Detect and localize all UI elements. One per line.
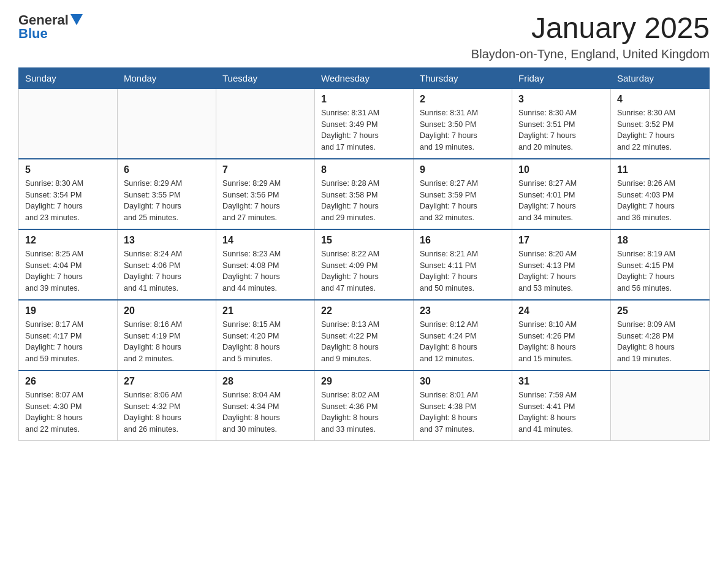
day-info: Sunrise: 8:01 AM Sunset: 4:38 PM Dayligh… (420, 389, 506, 435)
calendar-cell: 20Sunrise: 8:16 AM Sunset: 4:19 PM Dayli… (118, 300, 216, 370)
day-info: Sunrise: 8:31 AM Sunset: 3:50 PM Dayligh… (420, 107, 506, 153)
day-number: 5 (25, 164, 111, 175)
day-number: 21 (222, 305, 308, 316)
day-info: Sunrise: 8:04 AM Sunset: 4:34 PM Dayligh… (222, 389, 308, 435)
calendar-cell: 31Sunrise: 7:59 AM Sunset: 4:41 PM Dayli… (512, 370, 611, 441)
day-number: 31 (518, 376, 604, 387)
calendar-header-row: SundayMondayTuesdayWednesdayThursdayFrid… (19, 67, 710, 88)
calendar-cell: 1Sunrise: 8:31 AM Sunset: 3:49 PM Daylig… (315, 88, 414, 159)
day-info: Sunrise: 8:28 AM Sunset: 3:58 PM Dayligh… (321, 178, 407, 224)
day-info: Sunrise: 8:13 AM Sunset: 4:22 PM Dayligh… (321, 319, 407, 365)
calendar-cell: 16Sunrise: 8:21 AM Sunset: 4:11 PM Dayli… (414, 229, 512, 300)
calendar-cell: 9Sunrise: 8:27 AM Sunset: 3:59 PM Daylig… (414, 159, 512, 229)
day-number: 28 (222, 376, 308, 387)
day-of-week-header: Tuesday (216, 67, 315, 88)
day-of-week-header: Sunday (19, 67, 118, 88)
calendar-cell (611, 370, 710, 441)
calendar-cell: 2Sunrise: 8:31 AM Sunset: 3:50 PM Daylig… (414, 88, 512, 159)
day-number: 17 (518, 235, 604, 246)
day-of-week-header: Friday (512, 67, 611, 88)
day-number: 11 (617, 164, 703, 175)
day-number: 2 (420, 94, 506, 105)
calendar-cell: 8Sunrise: 8:28 AM Sunset: 3:58 PM Daylig… (315, 159, 414, 229)
day-number: 23 (420, 305, 506, 316)
calendar-cell: 19Sunrise: 8:17 AM Sunset: 4:17 PM Dayli… (19, 300, 118, 370)
day-of-week-header: Monday (118, 67, 216, 88)
day-of-week-header: Saturday (611, 67, 710, 88)
calendar-cell: 18Sunrise: 8:19 AM Sunset: 4:15 PM Dayli… (611, 229, 710, 300)
day-number: 30 (420, 376, 506, 387)
calendar-week-row: 5Sunrise: 8:30 AM Sunset: 3:54 PM Daylig… (19, 159, 710, 229)
logo-triangle-icon (70, 14, 83, 25)
day-number: 8 (321, 164, 407, 175)
day-info: Sunrise: 8:19 AM Sunset: 4:15 PM Dayligh… (617, 248, 703, 294)
calendar-cell: 26Sunrise: 8:07 AM Sunset: 4:30 PM Dayli… (19, 370, 118, 441)
day-number: 16 (420, 235, 506, 246)
day-number: 9 (420, 164, 506, 175)
day-number: 4 (617, 94, 703, 105)
day-number: 24 (518, 305, 604, 316)
title-section: January 2025 Blaydon-on-Tyne, England, U… (471, 12, 710, 61)
day-number: 19 (25, 305, 111, 316)
calendar-cell (216, 88, 315, 159)
calendar-cell: 10Sunrise: 8:27 AM Sunset: 4:01 PM Dayli… (512, 159, 611, 229)
day-info: Sunrise: 8:26 AM Sunset: 4:03 PM Dayligh… (617, 178, 703, 224)
day-number: 25 (617, 305, 703, 316)
calendar-cell: 30Sunrise: 8:01 AM Sunset: 4:38 PM Dayli… (414, 370, 512, 441)
svg-marker-0 (70, 14, 83, 25)
day-info: Sunrise: 8:09 AM Sunset: 4:28 PM Dayligh… (617, 319, 703, 365)
calendar-cell: 25Sunrise: 8:09 AM Sunset: 4:28 PM Dayli… (611, 300, 710, 370)
calendar-cell: 3Sunrise: 8:30 AM Sunset: 3:51 PM Daylig… (512, 88, 611, 159)
day-number: 18 (617, 235, 703, 246)
day-info: Sunrise: 8:25 AM Sunset: 4:04 PM Dayligh… (25, 248, 111, 294)
day-info: Sunrise: 8:10 AM Sunset: 4:26 PM Dayligh… (518, 319, 604, 365)
day-info: Sunrise: 8:02 AM Sunset: 4:36 PM Dayligh… (321, 389, 407, 435)
day-number: 13 (124, 235, 210, 246)
calendar-cell: 6Sunrise: 8:29 AM Sunset: 3:55 PM Daylig… (118, 159, 216, 229)
day-number: 14 (222, 235, 308, 246)
day-info: Sunrise: 8:27 AM Sunset: 4:01 PM Dayligh… (518, 178, 604, 224)
calendar-cell: 28Sunrise: 8:04 AM Sunset: 4:34 PM Dayli… (216, 370, 315, 441)
day-info: Sunrise: 8:27 AM Sunset: 3:59 PM Dayligh… (420, 178, 506, 224)
calendar-cell: 7Sunrise: 8:29 AM Sunset: 3:56 PM Daylig… (216, 159, 315, 229)
day-number: 10 (518, 164, 604, 175)
day-info: Sunrise: 8:06 AM Sunset: 4:32 PM Dayligh… (124, 389, 210, 435)
calendar-week-row: 1Sunrise: 8:31 AM Sunset: 3:49 PM Daylig… (19, 88, 710, 159)
calendar-cell: 14Sunrise: 8:23 AM Sunset: 4:08 PM Dayli… (216, 229, 315, 300)
calendar-cell: 15Sunrise: 8:22 AM Sunset: 4:09 PM Dayli… (315, 229, 414, 300)
day-info: Sunrise: 8:29 AM Sunset: 3:55 PM Dayligh… (124, 178, 210, 224)
day-info: Sunrise: 7:59 AM Sunset: 4:41 PM Dayligh… (518, 389, 604, 435)
calendar: SundayMondayTuesdayWednesdayThursdayFrid… (18, 67, 710, 441)
day-info: Sunrise: 8:12 AM Sunset: 4:24 PM Dayligh… (420, 319, 506, 365)
day-info: Sunrise: 8:20 AM Sunset: 4:13 PM Dayligh… (518, 248, 604, 294)
calendar-week-row: 19Sunrise: 8:17 AM Sunset: 4:17 PM Dayli… (19, 300, 710, 370)
day-info: Sunrise: 8:07 AM Sunset: 4:30 PM Dayligh… (25, 389, 111, 435)
header: General Blue January 2025 Blaydon-on-Tyn… (18, 12, 710, 61)
calendar-cell: 22Sunrise: 8:13 AM Sunset: 4:22 PM Dayli… (315, 300, 414, 370)
day-number: 22 (321, 305, 407, 316)
day-info: Sunrise: 8:29 AM Sunset: 3:56 PM Dayligh… (222, 178, 308, 224)
calendar-cell (19, 88, 118, 159)
day-number: 20 (124, 305, 210, 316)
day-number: 6 (124, 164, 210, 175)
calendar-cell: 24Sunrise: 8:10 AM Sunset: 4:26 PM Dayli… (512, 300, 611, 370)
calendar-cell: 4Sunrise: 8:30 AM Sunset: 3:52 PM Daylig… (611, 88, 710, 159)
day-number: 12 (25, 235, 111, 246)
logo-text-blue: Blue (18, 26, 48, 42)
day-number: 1 (321, 94, 407, 105)
day-of-week-header: Wednesday (315, 67, 414, 88)
calendar-cell: 23Sunrise: 8:12 AM Sunset: 4:24 PM Dayli… (414, 300, 512, 370)
day-number: 15 (321, 235, 407, 246)
calendar-week-row: 12Sunrise: 8:25 AM Sunset: 4:04 PM Dayli… (19, 229, 710, 300)
day-number: 7 (222, 164, 308, 175)
logo: General Blue (18, 12, 83, 42)
day-info: Sunrise: 8:16 AM Sunset: 4:19 PM Dayligh… (124, 319, 210, 365)
day-info: Sunrise: 8:30 AM Sunset: 3:52 PM Dayligh… (617, 107, 703, 153)
day-number: 3 (518, 94, 604, 105)
day-number: 26 (25, 376, 111, 387)
location: Blaydon-on-Tyne, England, United Kingdom (471, 47, 710, 61)
day-info: Sunrise: 8:17 AM Sunset: 4:17 PM Dayligh… (25, 319, 111, 365)
calendar-cell: 11Sunrise: 8:26 AM Sunset: 4:03 PM Dayli… (611, 159, 710, 229)
calendar-cell: 5Sunrise: 8:30 AM Sunset: 3:54 PM Daylig… (19, 159, 118, 229)
month-title: January 2025 (471, 12, 710, 45)
